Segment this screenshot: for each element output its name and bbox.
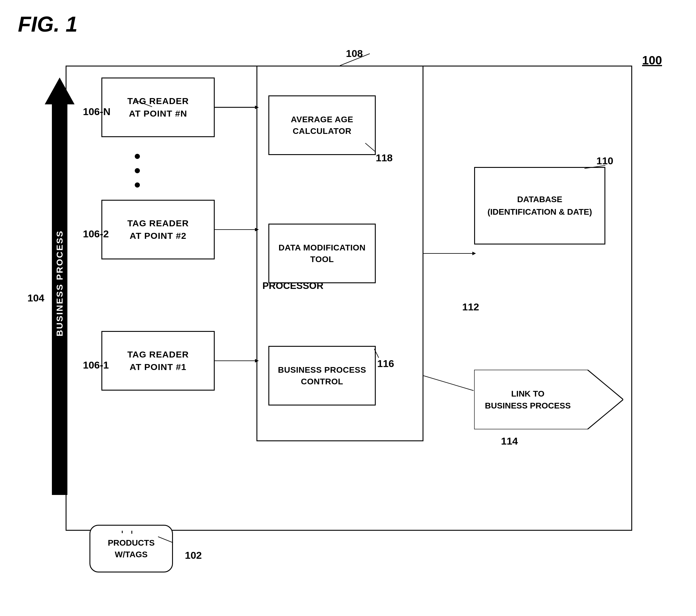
data-mod-box: DATA MODIFICATION TOOL bbox=[268, 224, 376, 283]
db-connection-number: 112 bbox=[462, 301, 479, 313]
bp-number: 104 bbox=[28, 292, 44, 304]
database-box: DATABASE (IDENTIFICATION & DATE) bbox=[474, 167, 605, 244]
tag-reader-1-number: 106-1 bbox=[83, 359, 109, 371]
tag-reader-1-box: TAG READER AT POINT #1 bbox=[101, 331, 215, 391]
avg-age-box: AVERAGE AGE CALCULATOR bbox=[268, 95, 376, 155]
database-label: DATABASE (IDENTIFICATION & DATE) bbox=[488, 193, 592, 218]
bpc-label: BUSINESS PROCESS CONTROL bbox=[278, 364, 366, 387]
system-number: 100 bbox=[642, 54, 662, 67]
figure-title: FIG. 1 bbox=[18, 12, 78, 36]
business-process-label: BUSINESS PROCESS bbox=[54, 230, 65, 336]
tag-reader-2-box: TAG READER AT POINT #2 bbox=[101, 200, 215, 259]
products-number: 102 bbox=[185, 550, 202, 561]
tag-reader-1-label: TAG READER AT POINT #1 bbox=[127, 348, 189, 373]
business-process-arrow: BUSINESS PROCESS bbox=[48, 78, 72, 489]
products-label: PRODUCTS W/TAGS bbox=[108, 537, 155, 560]
tag-reader-n-box: TAG READER AT POINT #N bbox=[101, 78, 215, 137]
svg-marker-0 bbox=[474, 370, 623, 429]
data-mod-label: DATA MODIFICATION TOOL bbox=[279, 242, 366, 265]
database-number: 110 bbox=[596, 155, 613, 167]
tag-reader-2-number: 106-2 bbox=[83, 228, 109, 240]
bpc-number: 116 bbox=[377, 358, 394, 369]
bpc-box: BUSINESS PROCESS CONTROL bbox=[268, 346, 376, 406]
ellipsis-dots: ••• bbox=[134, 149, 141, 192]
svg-text:BUSINESS PROCESS: BUSINESS PROCESS bbox=[485, 401, 571, 410]
avg-age-number: 118 bbox=[376, 152, 393, 164]
link-bp-number: 114 bbox=[501, 435, 518, 447]
processor-number: 108 bbox=[346, 48, 363, 59]
tag-reader-n-label: TAG READER AT POINT #N bbox=[127, 95, 189, 120]
products-box: PRODUCTS W/TAGS bbox=[90, 525, 173, 572]
tag-reader-2-label: TAG READER AT POINT #2 bbox=[127, 217, 189, 242]
avg-age-label: AVERAGE AGE CALCULATOR bbox=[291, 114, 353, 137]
svg-text:LINK TO: LINK TO bbox=[511, 389, 544, 398]
link-bp-shape: LINK TO BUSINESS PROCESS bbox=[474, 370, 623, 430]
tag-reader-n-number: 106-N bbox=[83, 106, 111, 117]
